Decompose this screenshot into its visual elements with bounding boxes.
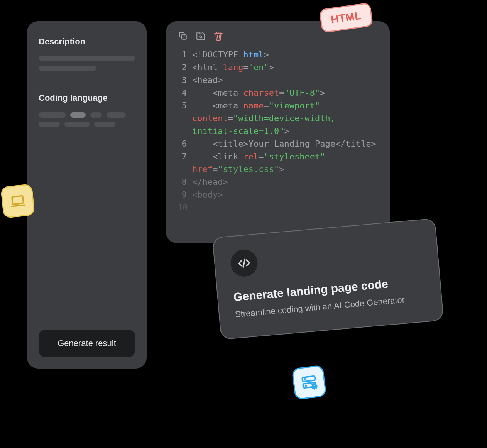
code-line: 5 <meta name="viewport" content="width=d…	[178, 99, 378, 137]
line-number: 2	[178, 61, 192, 74]
laptop-icon	[9, 192, 27, 210]
line-number: 8	[178, 176, 192, 188]
laptop-badge	[0, 184, 35, 218]
language-chip[interactable]	[39, 122, 60, 127]
code-content: <body>	[192, 188, 378, 201]
code-line: 2<html lang="en">	[178, 61, 378, 74]
generate-button[interactable]: Generate result	[39, 330, 135, 357]
server-gear-icon	[299, 373, 318, 392]
code-content: <head>	[192, 74, 378, 86]
code-content: <meta name="viewport" content="width=dev…	[192, 99, 378, 137]
svg-point-3	[200, 36, 201, 37]
code-line: 4 <meta charset="UTF-8">	[178, 86, 378, 99]
code-line: 8</head>	[178, 176, 378, 188]
line-number: 4	[178, 86, 192, 99]
line-number: 5	[178, 99, 192, 137]
code-content: <meta charset="UTF-8">	[192, 86, 378, 99]
svg-rect-5	[302, 376, 315, 382]
line-number: 1	[178, 48, 192, 61]
line-number: 9	[178, 188, 192, 201]
code-line: 10	[178, 201, 378, 214]
code-editor[interactable]: 1<!DOCTYPE html>2<html lang="en">3<head>…	[178, 48, 378, 214]
input-panel: Description Coding language Generate res…	[27, 21, 147, 369]
svg-rect-0	[12, 196, 24, 204]
trash-icon[interactable]	[213, 30, 224, 41]
code-line: 7 <link rel="stylesheet" href="styles.cs…	[178, 150, 378, 176]
description-label: Description	[39, 37, 135, 47]
code-content: <title>Your Landing Page</title>	[192, 137, 378, 150]
code-toolbar	[178, 30, 378, 41]
code-line: 3<head>	[178, 74, 378, 86]
code-icon	[237, 255, 252, 270]
language-chips	[39, 112, 135, 118]
code-panel: 1<!DOCTYPE html>2<html lang="en">3<head>…	[166, 21, 390, 243]
save-icon[interactable]	[195, 30, 206, 41]
code-icon-circle	[230, 249, 259, 278]
feature-card: Generate landing page code Streamline co…	[212, 218, 444, 340]
code-content: <!DOCTYPE html>	[192, 48, 378, 61]
language-chip[interactable]	[39, 112, 66, 118]
copy-icon[interactable]	[178, 30, 188, 41]
code-line: 1<!DOCTYPE html>	[178, 48, 378, 61]
code-content: <html lang="en">	[192, 61, 378, 74]
code-line: 9<body>	[178, 188, 378, 201]
code-line: 6 <title>Your Landing Page</title>	[178, 137, 378, 150]
server-badge	[291, 365, 326, 400]
code-content: </head>	[192, 176, 378, 188]
line-number: 3	[178, 74, 192, 86]
language-chip[interactable]	[90, 112, 102, 118]
code-content: <link rel="stylesheet" href="styles.css"…	[192, 150, 378, 176]
language-chip[interactable]	[107, 112, 126, 118]
description-placeholder	[39, 56, 135, 76]
svg-line-4	[243, 259, 246, 267]
line-number: 10	[178, 201, 192, 214]
code-content	[192, 201, 378, 214]
svg-point-8	[306, 385, 306, 386]
language-chips-row2	[39, 122, 135, 127]
line-number: 7	[178, 150, 192, 176]
language-chip[interactable]	[64, 122, 90, 127]
language-chip[interactable]	[94, 122, 115, 127]
line-number: 6	[178, 137, 192, 150]
svg-point-7	[305, 379, 306, 380]
language-label: Coding language	[39, 93, 135, 103]
language-chip-active[interactable]	[70, 112, 86, 118]
